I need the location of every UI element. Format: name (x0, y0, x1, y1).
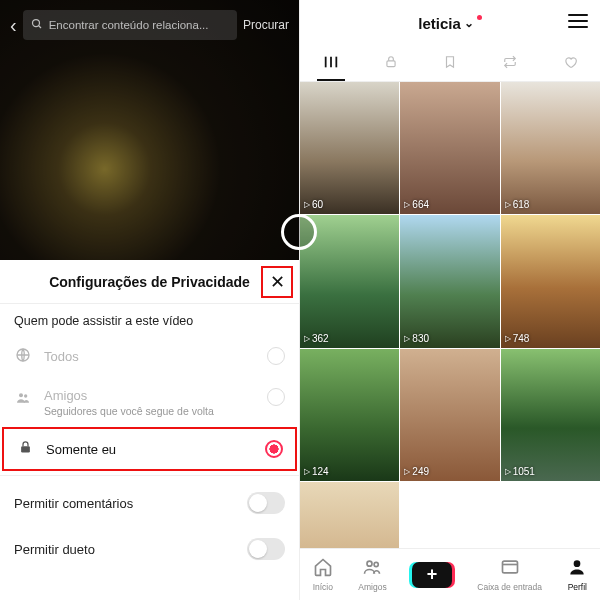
lock-icon (16, 440, 34, 458)
nav-label: Início (313, 582, 333, 592)
friends-icon (362, 557, 382, 580)
option-label: Somente eu (46, 442, 253, 457)
svg-rect-9 (386, 61, 394, 67)
video-thumbnail[interactable]: ▷748 (501, 215, 600, 347)
play-icon: ▷ (304, 467, 310, 476)
option-label: Amigos (44, 388, 255, 403)
view-count: 748 (513, 333, 530, 344)
option-label: Todos (44, 349, 255, 364)
video-thumbnail[interactable] (300, 482, 399, 548)
profile-tabs (300, 46, 600, 82)
close-icon: ✕ (270, 271, 285, 293)
play-icon: ▷ (304, 334, 310, 343)
nav-home[interactable]: Início (313, 557, 333, 592)
divider (0, 475, 299, 476)
nav-label: Amigos (358, 582, 386, 592)
tab-saved[interactable] (443, 55, 457, 72)
toggle-label: Permitir dueto (14, 542, 95, 557)
toggle-comments[interactable]: Permitir comentários (0, 480, 299, 526)
play-icon: ▷ (505, 200, 511, 209)
video-thumbnail[interactable]: ▷60 (300, 82, 399, 214)
view-count: 1051 (513, 466, 535, 477)
play-icon: ▷ (404, 467, 410, 476)
radio-selected (265, 440, 283, 458)
tab-private[interactable] (384, 55, 398, 72)
create-button[interactable]: + (412, 562, 452, 588)
video-thumbnail[interactable]: ▷664 (400, 82, 499, 214)
search-button[interactable]: Procurar (243, 18, 289, 32)
option-everyone[interactable]: Todos (0, 334, 299, 378)
view-count: 618 (513, 199, 530, 210)
svg-rect-12 (502, 561, 517, 573)
video-thumbnail[interactable]: ▷830 (400, 215, 499, 347)
svg-point-4 (24, 394, 27, 397)
chevron-down-icon: ⌄ (464, 16, 474, 30)
toggle-switch[interactable] (247, 492, 285, 514)
top-search-row: ‹ Encontrar conteúdo relaciona... Procur… (0, 10, 299, 40)
sheet-title: Configurações de Privacidade (49, 274, 250, 290)
who-can-watch-label: Quem pode assistir a este vídeo (0, 304, 299, 334)
nav-label: Caixa de entrada (477, 582, 542, 592)
video-thumbnail[interactable]: ▷249 (400, 349, 499, 481)
friends-icon (14, 390, 32, 409)
svg-line-1 (38, 26, 41, 29)
username-dropdown[interactable]: leticia ⌄ (418, 15, 482, 32)
nav-friends[interactable]: Amigos (358, 557, 386, 592)
option-only-me[interactable]: Somente eu (2, 427, 297, 471)
left-pane: ‹ Encontrar conteúdo relaciona... Procur… (0, 0, 300, 600)
view-count: 60 (312, 199, 323, 210)
svg-rect-5 (21, 446, 30, 452)
view-count: 124 (312, 466, 329, 477)
nav-inbox[interactable]: Caixa de entrada (477, 557, 542, 592)
nav-label: Perfil (568, 582, 587, 592)
search-input[interactable]: Encontrar conteúdo relaciona... (23, 10, 237, 40)
right-pane: leticia ⌄ ▷60 ▷664 ▷618 ▷362 ▷8 (300, 0, 600, 600)
video-thumbnail[interactable]: ▷124 (300, 349, 399, 481)
video-grid-scroll[interactable]: ▷60 ▷664 ▷618 ▷362 ▷830 ▷748 ▷124 ▷249 ▷… (300, 82, 600, 548)
toggle-switch[interactable] (247, 538, 285, 560)
profile-icon (567, 557, 587, 580)
privacy-sheet: Configurações de Privacidade ✕ Quem pode… (0, 260, 299, 600)
toggle-duet[interactable]: Permitir dueto (0, 526, 299, 564)
play-icon: ▷ (505, 467, 511, 476)
tab-liked[interactable] (563, 55, 578, 72)
home-icon (313, 557, 333, 580)
video-background: ‹ Encontrar conteúdo relaciona... Procur… (0, 0, 299, 260)
inbox-icon (500, 557, 520, 580)
svg-point-13 (574, 560, 581, 567)
globe-icon (14, 347, 32, 366)
svg-point-0 (32, 20, 39, 27)
video-thumbnail[interactable]: ▷1051 (501, 349, 600, 481)
back-icon[interactable]: ‹ (10, 14, 17, 37)
play-icon: ▷ (404, 200, 410, 209)
option-friends[interactable]: Amigos Seguidores que você segue de volt… (0, 378, 299, 427)
view-count: 664 (412, 199, 429, 210)
video-thumbnail[interactable]: ▷618 (501, 82, 600, 214)
menu-button[interactable] (568, 14, 588, 28)
view-count: 362 (312, 333, 329, 344)
svg-point-11 (375, 562, 379, 566)
tab-feed[interactable] (323, 55, 339, 72)
search-placeholder: Encontrar conteúdo relaciona... (49, 19, 209, 31)
search-icon (31, 18, 43, 32)
play-icon: ▷ (304, 200, 310, 209)
view-count: 830 (412, 333, 429, 344)
play-icon: ▷ (505, 334, 511, 343)
video-grid: ▷60 ▷664 ▷618 ▷362 ▷830 ▷748 ▷124 ▷249 ▷… (300, 82, 600, 548)
toggle-label: Permitir comentários (14, 496, 133, 511)
record-button[interactable] (281, 214, 317, 250)
notification-dot (477, 15, 482, 20)
svg-point-10 (367, 561, 372, 566)
username-label: leticia (418, 15, 461, 32)
tab-repost[interactable] (502, 55, 518, 72)
radio-unselected (267, 347, 285, 365)
nav-profile[interactable]: Perfil (567, 557, 587, 592)
play-icon: ▷ (404, 334, 410, 343)
bottom-nav: Início Amigos + Caixa de entrada Perfil (300, 548, 600, 600)
radio-unselected (267, 388, 285, 406)
close-button[interactable]: ✕ (261, 266, 293, 298)
option-sublabel: Seguidores que você segue de volta (44, 405, 255, 417)
sheet-header: Configurações de Privacidade ✕ (0, 260, 299, 304)
view-count: 249 (412, 466, 429, 477)
svg-point-3 (19, 393, 23, 397)
